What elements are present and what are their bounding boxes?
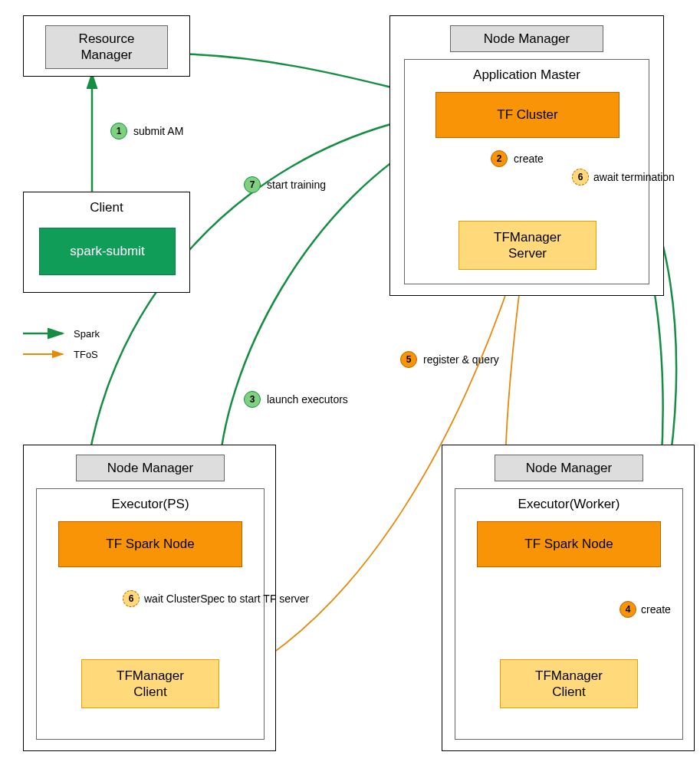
- step-2-marker: 2: [491, 150, 508, 167]
- step-6b-marker: 6: [123, 590, 140, 607]
- executor-ps-title: Executor(PS): [37, 497, 264, 512]
- node-manager-badge-worker: Node Manager: [495, 455, 643, 481]
- tf-spark-node-worker-label: TF Spark Node: [524, 536, 613, 552]
- tfmanager-client-worker: TFManager Client: [500, 659, 638, 708]
- executor-worker-title: Executor(Worker): [455, 497, 682, 512]
- step-3-marker: 3: [244, 391, 261, 408]
- node-manager-label-ps: Node Manager: [107, 461, 193, 475]
- node-manager-label-top: Node Manager: [484, 31, 570, 46]
- tf-cluster-box: TF Cluster: [435, 92, 619, 138]
- tfmanager-server-box: TFManager Server: [458, 221, 596, 270]
- tfmanager-client-ps-label: TFManager Client: [117, 668, 184, 701]
- node-manager-badge-ps: Node Manager: [76, 455, 225, 481]
- spark-submit-label: spark-submit: [70, 244, 144, 259]
- step-6b-label: wait ClusterSpec to start TF server: [144, 593, 309, 605]
- step-3-num: 3: [250, 394, 255, 405]
- node-manager-label-worker: Node Manager: [526, 461, 612, 475]
- resource-manager-label: Resource Manager: [79, 31, 135, 62]
- node-manager-worker: Node Manager Executor(Worker) TF Spark N…: [442, 445, 695, 751]
- legend-spark: Spark: [74, 328, 100, 340]
- step-6a-marker: 6: [572, 169, 589, 186]
- app-master-title: Application Master: [405, 67, 649, 83]
- step-1-num: 1: [117, 126, 122, 136]
- step-6a-label: await termination: [593, 171, 675, 183]
- step-5-marker: 5: [400, 351, 417, 368]
- step-6b-num: 6: [129, 593, 134, 604]
- step-6a-num: 6: [578, 172, 583, 182]
- step-7-marker: 7: [244, 176, 261, 193]
- legend-tfos: TFoS: [74, 349, 98, 360]
- tf-cluster-label: TF Cluster: [497, 107, 557, 123]
- tfmanager-client-ps: TFManager Client: [81, 659, 219, 708]
- tfmanager-server-label: TFManager Server: [494, 229, 561, 262]
- client-container: Client spark-submit: [23, 192, 190, 293]
- client-title: Client: [24, 200, 189, 215]
- executor-ps-inner: Executor(PS) TF Spark Node TFManager Cli…: [36, 488, 265, 740]
- tf-spark-node-worker: TF Spark Node: [477, 521, 661, 567]
- step-5-num: 5: [406, 354, 412, 365]
- step-1-marker: 1: [110, 123, 127, 140]
- step-1-label: submit AM: [133, 125, 183, 137]
- tf-spark-node-ps-label: TF Spark Node: [106, 536, 194, 552]
- step-2-label: create: [514, 153, 544, 165]
- resource-manager-container: Resource Manager: [23, 15, 190, 77]
- step-7-label: start training: [267, 179, 326, 191]
- step-2-num: 2: [497, 153, 502, 164]
- tf-spark-node-ps: TF Spark Node: [58, 521, 242, 567]
- resource-manager-badge: Resource Manager: [45, 25, 168, 69]
- spark-submit-box: spark-submit: [39, 228, 176, 275]
- step-4-label: create: [641, 603, 671, 616]
- step-3-label: launch executors: [267, 393, 348, 405]
- step-4-marker: 4: [619, 601, 636, 618]
- node-manager-badge-top: Node Manager: [450, 25, 603, 52]
- step-5-label: register & query: [423, 353, 499, 366]
- step-7-num: 7: [250, 179, 255, 190]
- step-4-num: 4: [626, 604, 631, 615]
- tfmanager-client-worker-label: TFManager Client: [535, 668, 603, 701]
